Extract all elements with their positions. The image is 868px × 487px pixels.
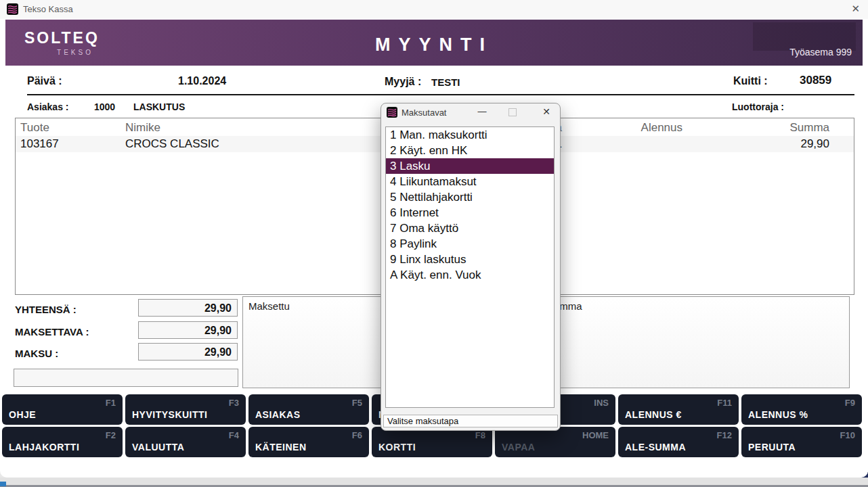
sales-header: SOLTEQ TEKSO MYYNTI Työasema 999 [5,20,863,66]
workstation-label: Työasema 999 [789,47,852,57]
page-title: MYYNTI [5,34,863,55]
customer-name: LASKUTUS [133,101,185,112]
payment-label: MAKSU : [15,348,58,359]
button-asiakas[interactable]: ASIAKASF5 [248,394,369,425]
payment-item-man-maksukortti[interactable]: 1 Man. maksukortti [386,127,554,143]
item-product-code: 103167 [20,137,59,151]
amount-input[interactable] [14,369,238,387]
fkey-label: F10 [840,430,855,440]
separator-line [27,94,854,95]
payment-method-list: 1 Man. maksukortti 2 Käyt. enn HK 3 Lask… [385,126,555,408]
taskbar-icon [0,482,6,486]
button-ale-summa[interactable]: ALE-SUMMAF12 [618,427,739,457]
fkey-label: F2 [106,430,116,440]
item-sum: 29,90 [757,137,829,151]
button-kortti[interactable]: KORTTIF8 [372,427,492,457]
payable-label: MAKSETTAVA : [15,326,89,338]
col-header-name: Nimike [125,121,160,135]
button-peruuta[interactable]: PERUUTAF10 [741,427,862,457]
payment-item-paylink[interactable]: 8 Paylink [386,236,554,252]
fkey-label: F4 [229,430,239,440]
dialog-app-icon [387,107,397,118]
button-ohje[interactable]: OHJEF1 [2,394,123,425]
payment-item-nettilahjakortti[interactable]: 5 Nettilahjakortti [386,189,554,205]
keypad-row-2: LAHJAKORTTIF2 VALUUTTAF4 KÄTEINENF6 KORT… [2,427,862,457]
dialog-close-button[interactable]: ✕ [539,106,554,117]
fkey-label: F6 [352,430,362,440]
col-header-discount: Alennus [611,121,682,135]
customer-number: 1000 [94,101,115,112]
payment-item-internet[interactable]: 6 Internet [386,205,554,221]
app-icon [7,3,18,15]
app-screen: Tekso Kassa ✕ SOLTEQ TEKSO MYYNTI Työase… [0,0,868,487]
payment-item-kayt-enn-vuok[interactable]: A Käyt. enn. Vuok [386,267,554,283]
total-value-box: 29,90 [138,299,238,317]
fkey-label: INS [594,398,609,408]
credit-limit-label: Luottoraja : [732,101,784,112]
col-header-product: Tuote [20,121,49,135]
total-label: YHTEENSÄ : [15,304,77,315]
dialog-minimize-button[interactable]: — [475,106,490,116]
button-hyvityskuitti[interactable]: HYVITYSKUITTIF3 [125,394,246,425]
fkey-label: F1 [106,398,116,408]
fkey-label: F9 [845,398,855,408]
button-lahjakortti[interactable]: LAHJAKORTTIF2 [2,427,123,457]
dialog-maximize-button [508,108,517,116]
button-vapaa: VAPAAHOME [495,427,615,457]
window-titlebar: Tekso Kassa ✕ [0,0,868,20]
payment-methods-dialog: Maksutavat — ✕ 1 Man. maksukortti 2 Käyt… [381,103,561,431]
payable-value-box: 29,90 [138,321,238,339]
customer-label: Asiakas : [27,101,68,112]
fkey-label: F12 [717,430,732,440]
window-title: Tekso Kassa [23,4,73,14]
button-kateinen[interactable]: KÄTEINENF6 [248,427,369,457]
date-value: 1.10.2024 [178,75,226,87]
payment-item-lasku-selected[interactable]: 3 Lasku [386,158,554,174]
footer-strip [0,478,868,485]
item-name: CROCS CLASSIC [125,137,219,151]
receipt-label: Kuitti : [733,75,768,87]
fkey-label: F8 [475,430,485,440]
col-header-sum: Summa [757,121,829,135]
fkey-label: HOME [582,430,609,440]
button-valuutta[interactable]: VALUUTTAF4 [125,427,246,457]
date-label: Päivä : [27,75,62,87]
fkey-label: F11 [717,398,732,408]
button-alennus-euro[interactable]: ALENNUS €F11 [618,394,739,425]
fkey-label: F3 [229,398,239,408]
seller-value: TESTI [431,76,460,88]
payment-item-oma-kaytto[interactable]: 7 Oma käyttö [386,221,554,236]
dialog-titlebar: Maksutavat — ✕ [381,103,560,121]
payment-item-liikuntamaksut[interactable]: 4 Liikuntamaksut [386,174,554,189]
payment-item-kayt-enn-hk[interactable]: 2 Käyt. enn HK [386,143,554,158]
payment-item-linx-laskutus[interactable]: 9 Linx laskutus [386,252,554,267]
button-alennus-prosentti[interactable]: ALENNUS %F9 [741,394,862,425]
seller-label: Myyjä : [385,76,421,88]
fkey-label: F5 [352,398,362,408]
dialog-status-field: Valitse maksutapa [383,415,558,427]
payment-value-box: 29,90 [138,343,238,361]
paid-header: Maksettu [248,300,290,312]
receipt-value: 30859 [800,74,831,87]
window-close-button[interactable]: ✕ [851,3,860,15]
dialog-title: Maksutavat [402,108,446,118]
